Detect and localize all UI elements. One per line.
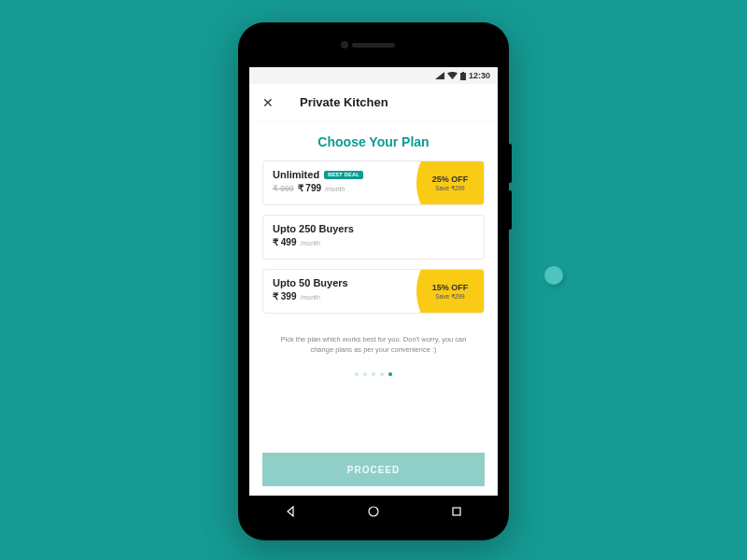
svg-rect-3	[453, 508, 460, 515]
phone-side-button	[509, 144, 512, 183]
offer-percent: 15% OFF	[432, 283, 469, 292]
close-icon[interactable]: ✕	[262, 96, 274, 109]
svg-rect-1	[462, 72, 464, 73]
phone-screen: 12:30 ✕ Private Kitchen Choose Your Plan…	[249, 67, 498, 496]
offer-save: Save ₹299	[435, 185, 464, 192]
plan-250-buyers[interactable]: Upto 250 Buyers ₹ 499 /month	[262, 215, 485, 259]
plan-name: Upto 250 Buyers	[273, 223, 354, 234]
wifi-icon	[447, 72, 458, 79]
plan-name: Upto 50 Buyers	[273, 277, 348, 288]
signal-icon	[435, 72, 444, 79]
helper-text: Pick the plan which works best for you. …	[262, 334, 485, 356]
page-dots	[262, 372, 485, 376]
main-content: Choose Your Plan Unlimited BEST DEAL ₹ 9…	[249, 121, 498, 438]
plan-unlimited[interactable]: Unlimited BEST DEAL ₹ 999 ₹ 799 /month 2…	[262, 161, 485, 205]
dot[interactable]	[380, 372, 384, 376]
android-status-bar: 12:30	[249, 67, 498, 84]
nav-back-icon[interactable]	[284, 505, 297, 522]
nav-home-icon[interactable]	[367, 505, 380, 522]
plan-name: Unlimited	[273, 169, 319, 180]
page-title: Private Kitchen	[300, 95, 388, 109]
battery-icon	[460, 72, 466, 80]
phone-speaker	[352, 43, 395, 48]
offer-save: Save ₹299	[435, 293, 464, 301]
best-deal-badge: BEST DEAL	[324, 171, 363, 179]
decorative-blob	[544, 266, 563, 285]
svg-point-2	[369, 507, 378, 516]
price-period: /month	[300, 240, 319, 246]
offer-percent: 25% OFF	[432, 175, 469, 184]
dot[interactable]	[355, 372, 359, 376]
nav-recent-icon[interactable]	[450, 505, 463, 522]
offer-tag: 15% OFF Save ₹299	[416, 270, 484, 313]
proceed-button[interactable]: PROCEED	[262, 453, 485, 486]
price: ₹ 799	[298, 183, 321, 193]
android-nav-bar	[249, 497, 498, 529]
offer-tag: 25% OFF Save ₹299	[416, 161, 484, 204]
dot-active[interactable]	[388, 372, 392, 376]
phone-camera	[341, 41, 348, 49]
plan-50-buyers[interactable]: Upto 50 Buyers ₹ 399 /month 15% OFF Save…	[262, 269, 485, 314]
phone-mockup: 12:30 ✕ Private Kitchen Choose Your Plan…	[238, 22, 509, 540]
svg-rect-0	[460, 73, 466, 80]
old-price: ₹ 999	[273, 184, 294, 193]
choose-plan-title: Choose Your Plan	[262, 134, 485, 149]
price: ₹ 399	[273, 291, 296, 301]
dot[interactable]	[363, 372, 367, 376]
price: ₹ 499	[273, 237, 296, 247]
phone-side-button	[509, 190, 512, 230]
price-period: /month	[325, 186, 345, 192]
price-period: /month	[300, 294, 319, 301]
status-time: 12:30	[469, 71, 490, 80]
app-header: ✕ Private Kitchen	[249, 84, 498, 121]
dot[interactable]	[372, 372, 375, 376]
